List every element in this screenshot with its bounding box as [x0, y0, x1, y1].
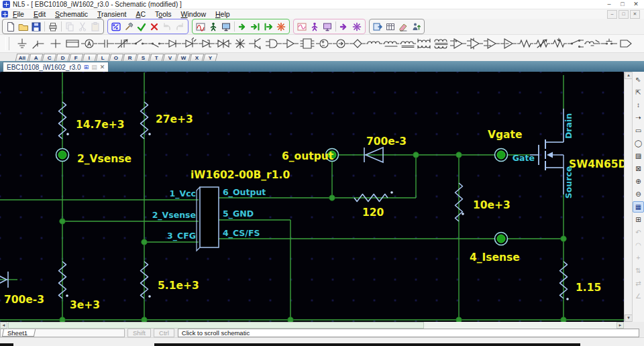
zoom-window-tool[interactable]: ⊞: [633, 214, 644, 225]
comparator-component-icon[interactable]: [484, 37, 500, 50]
pin-label[interactable]: 3_CFG: [167, 231, 196, 241]
letter-tab-t[interactable]: T: [150, 54, 164, 61]
rectangle-tool[interactable]: ▭: [633, 125, 644, 136]
move-tool[interactable]: +: [633, 252, 644, 264]
shift-key-button[interactable]: Shift: [127, 329, 151, 337]
opamp-component-icon[interactable]: [450, 37, 466, 50]
resistor-component-icon[interactable]: [517, 37, 533, 50]
zoom-in-tool[interactable]: ⊕: [633, 176, 644, 187]
pin-label[interactable]: Source: [564, 166, 574, 199]
output-port-component-icon[interactable]: [618, 37, 634, 50]
rotate-tool[interactable]: ↶: [633, 227, 644, 238]
schematic-label[interactable]: 3e+3: [70, 299, 100, 311]
tools-icon[interactable]: [123, 21, 135, 32]
transformer-core-component-icon[interactable]: [433, 37, 449, 50]
potentiometer-component-icon[interactable]: [551, 37, 567, 50]
scroll-left-arrow[interactable]: ◄: [0, 322, 7, 329]
image-tool[interactable]: ▨: [633, 150, 644, 162]
select-area-tool[interactable]: ⇱: [633, 86, 644, 98]
diode-bidirectional-component-icon[interactable]: [215, 37, 231, 50]
menu-schematic[interactable]: Schematic: [50, 9, 93, 19]
zener-component-icon[interactable]: [199, 37, 215, 50]
schematic-label[interactable]: 5.1e+3: [158, 280, 199, 292]
pan-tool[interactable]: ↕: [633, 99, 644, 111]
pin-label[interactable]: 2_Vsense: [152, 210, 196, 221]
sheet-tab[interactable]: Sheet1: [2, 329, 36, 337]
continue-icon[interactable]: [262, 21, 274, 32]
flip-horizontal-tool[interactable]: ⇄: [633, 278, 644, 289]
save-icon[interactable]: [30, 21, 42, 32]
resistor[interactable]: [455, 183, 463, 221]
letter-tab-o[interactable]: O: [109, 54, 124, 61]
ac-scope-icon[interactable]: [296, 21, 308, 32]
menu-ac[interactable]: AC: [131, 9, 150, 19]
resistor[interactable]: [59, 102, 66, 139]
undo-icon[interactable]: [161, 21, 173, 32]
menu-help[interactable]: Help: [211, 9, 235, 19]
inductor-component-icon[interactable]: [366, 37, 382, 50]
letter-tab-f[interactable]: F: [69, 54, 84, 61]
user-icon[interactable]: [410, 21, 422, 32]
minimize-button[interactable]: –: [604, 1, 614, 9]
plus-component-icon[interactable]: [48, 37, 64, 50]
letter-tab-a[interactable]: A: [29, 54, 44, 61]
amplifier-component-icon[interactable]: [500, 37, 517, 50]
open-file-icon[interactable]: [17, 21, 30, 32]
sheets-icon[interactable]: ▤: [91, 64, 97, 70]
cut-icon[interactable]: [76, 21, 89, 32]
schematic-canvas[interactable]: 14.7e+327e+32_VsenseiW1602-00B_r1.06_out…: [0, 72, 624, 322]
letter-tab-x[interactable]: X: [190, 54, 205, 61]
mdi-child-icon[interactable]: [1, 11, 8, 17]
angle-tool[interactable]: ∠: [633, 290, 644, 302]
horizontal-scrollbar[interactable]: ◄ ►: [0, 322, 644, 329]
ic-body[interactable]: [200, 187, 219, 247]
resistor[interactable]: [59, 262, 66, 298]
pin-label[interactable]: 5_GND: [223, 209, 254, 219]
transient-scope-icon[interactable]: [195, 21, 207, 32]
schematic-label[interactable]: 700e-3: [4, 294, 44, 306]
ctrl-key-button[interactable]: Ctrl: [154, 329, 174, 337]
subcircuit-component-icon[interactable]: [64, 37, 80, 50]
mdi-minimize-button[interactable]: –: [607, 10, 617, 19]
letter-tab-w[interactable]: W: [176, 54, 191, 61]
pin-label[interactable]: 4_CS/FS: [223, 228, 260, 239]
led-component-icon[interactable]: [182, 37, 198, 50]
cancel-icon[interactable]: [148, 21, 160, 32]
resistor[interactable]: [560, 262, 568, 298]
schematic-label[interactable]: 27e+3: [156, 113, 193, 125]
transistor-component-icon[interactable]: [249, 37, 265, 50]
opamp-power-component-icon[interactable]: [467, 37, 483, 50]
schematic-label[interactable]: 14.7e+3: [76, 119, 125, 131]
buffer-component-icon[interactable]: [282, 37, 299, 50]
select-tool[interactable]: ⇖: [633, 74, 644, 85]
logic-gate-component-icon[interactable]: [266, 37, 282, 50]
letter-tab-v[interactable]: V: [163, 54, 178, 61]
maximize-button[interactable]: □: [617, 1, 628, 9]
close-doc-icon[interactable]: ✕: [100, 64, 105, 70]
pin-label[interactable]: Drain: [564, 113, 574, 139]
letter-tab-i[interactable]: I: [83, 54, 97, 61]
print-icon[interactable]: [47, 21, 59, 32]
letter-tab-l[interactable]: L: [96, 54, 111, 61]
schematic-label[interactable]: 6_output: [282, 150, 334, 162]
redo-icon[interactable]: [174, 21, 186, 32]
arc-tool[interactable]: ◠: [633, 239, 644, 251]
toolbar-grip[interactable]: [5, 37, 9, 50]
ac-run-icon[interactable]: [309, 21, 321, 32]
menu-edit[interactable]: Edit: [29, 9, 50, 19]
schematic-label[interactable]: 10e+3: [473, 199, 511, 211]
switch-spdt-component-icon[interactable]: [568, 37, 584, 50]
schematic-label[interactable]: 1.15: [576, 282, 601, 294]
resistor[interactable]: [354, 194, 388, 202]
resistor[interactable]: [141, 262, 148, 298]
ac-stop-icon[interactable]: [351, 21, 363, 32]
schematic-label[interactable]: 2_Vsense: [77, 153, 131, 165]
probe[interactable]: [497, 235, 505, 243]
ammeter-component-icon[interactable]: [81, 37, 97, 50]
current-source-component-icon[interactable]: [333, 37, 349, 50]
ac-screen-icon[interactable]: [321, 21, 333, 32]
new-file-icon[interactable]: [5, 21, 17, 32]
run-icon[interactable]: [237, 21, 249, 32]
controlled-source-component-icon[interactable]: [350, 37, 366, 50]
schematic-label[interactable]: iW1602-00B_r1.0: [191, 169, 290, 181]
